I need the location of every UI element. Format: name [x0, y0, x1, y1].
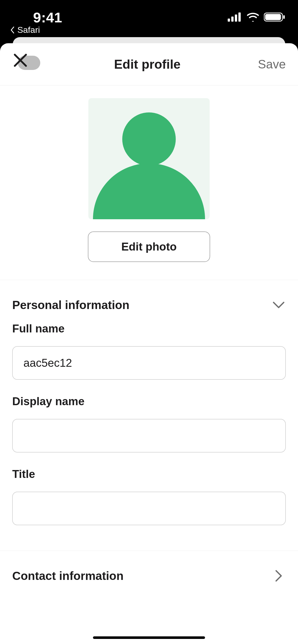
personal-info-heading: Personal information: [12, 298, 129, 312]
close-icon: [12, 52, 29, 68]
back-to-app[interactable]: Safari: [10, 25, 40, 35]
back-caret-icon: [10, 26, 15, 34]
full-name-input[interactable]: [12, 346, 286, 380]
page-title: Edit profile: [114, 57, 181, 72]
edit-photo-button[interactable]: Edit photo: [88, 231, 210, 262]
battery-icon: [264, 12, 285, 22]
nav-bar: Edit profile Save: [0, 43, 298, 85]
status-bar: 9:41 Safari: [0, 0, 298, 36]
svg-point-7: [122, 112, 176, 166]
svg-rect-3: [238, 12, 241, 22]
status-right: [228, 12, 285, 22]
home-indicator[interactable]: [93, 636, 205, 639]
profile-photo-block: Edit photo: [0, 85, 298, 280]
wifi-icon: [247, 12, 259, 22]
contact-info-heading: Contact information: [12, 569, 124, 583]
svg-rect-2: [235, 14, 237, 22]
svg-rect-1: [231, 17, 234, 22]
full-name-label: Full name: [12, 322, 286, 335]
status-time: 9:41: [33, 9, 62, 26]
modal-sheet: Edit profile Save Edit photo Personal in…: [0, 43, 298, 644]
cellular-icon: [228, 12, 242, 22]
display-name-label: Display name: [12, 395, 286, 408]
back-app-label: Safari: [17, 25, 40, 35]
chevron-down-icon: [272, 298, 286, 312]
save-button[interactable]: Save: [258, 57, 286, 71]
title-label: Title: [12, 468, 286, 480]
personal-info-header[interactable]: Personal information: [12, 280, 286, 322]
title-input[interactable]: [12, 492, 286, 525]
chevron-right-icon: [272, 569, 286, 583]
edit-photo-label: Edit photo: [121, 240, 177, 253]
avatar-placeholder-icon: [90, 112, 208, 219]
svg-rect-5: [265, 14, 281, 20]
close-button[interactable]: [12, 52, 37, 77]
svg-rect-0: [228, 19, 230, 22]
avatar[interactable]: [88, 98, 210, 219]
display-name-field: Display name: [12, 395, 286, 452]
display-name-input[interactable]: [12, 419, 286, 452]
personal-info-section: Personal information Full name Display n…: [0, 280, 298, 540]
svg-rect-6: [283, 15, 285, 19]
full-name-field: Full name: [12, 322, 286, 380]
title-field: Title: [12, 468, 286, 525]
contact-info-header[interactable]: Contact information: [0, 551, 298, 608]
